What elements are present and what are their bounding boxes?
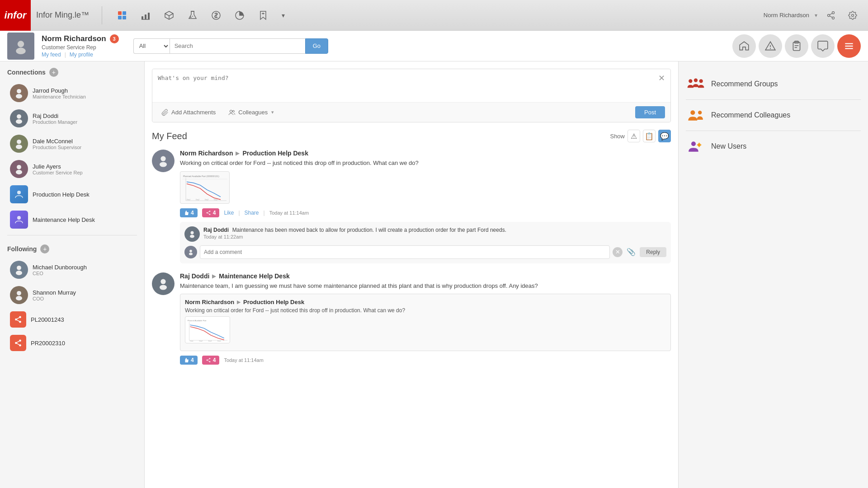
production-help-desk-info: Production Help Desk — [33, 191, 90, 198]
recommend-groups-item[interactable]: Recommend Groups — [686, 69, 861, 100]
post-1-text: Working on critical order for Ford -- ju… — [180, 159, 671, 168]
post-2-share-badge[interactable]: 4 — [202, 356, 220, 365]
dollar-icon[interactable] — [205, 5, 227, 26]
profile-bar: Norm Richardson 3 Customer Service Rep M… — [0, 31, 868, 61]
following-header: Following + — [0, 238, 144, 257]
post-1-like-badge[interactable]: 4 — [180, 208, 198, 217]
sidebar-item-julie[interactable]: Julie Ayers Customer Service Rep — [3, 156, 142, 182]
production-help-desk-name: Production Help Desk — [33, 191, 90, 198]
colleagues-button[interactable]: Colleagues ▾ — [225, 107, 278, 118]
feed-chat-filter[interactable]: 💬 — [658, 130, 671, 142]
nested-author[interactable]: Norm Richardson — [185, 299, 234, 305]
post-1-share-badge[interactable]: 4 — [202, 208, 220, 217]
sidebar-item-jarrod[interactable]: Jarrod Pough Maintenance Technician — [3, 80, 142, 106]
raj-comment-body: Raj Doddi Maintenance has been moved bac… — [203, 226, 666, 242]
bookmark-icon[interactable] — [252, 5, 274, 26]
alert-icon-button[interactable] — [759, 34, 782, 58]
svg-text:Day4: Day4 — [214, 198, 217, 200]
post-1-comments: Raj Doddi Maintenance has been moved bac… — [180, 222, 671, 263]
search-go-button[interactable]: Go — [305, 38, 328, 54]
comment-input[interactable] — [200, 245, 610, 259]
new-users-icon — [686, 136, 706, 156]
app-title: Infor Ming.le™ — [36, 10, 89, 20]
recommend-colleagues-label: Recommend Colleagues — [711, 111, 790, 119]
post-1-group[interactable]: Production Help Desk — [242, 150, 308, 157]
box-icon[interactable] — [158, 5, 180, 26]
post-button[interactable]: Post — [635, 106, 665, 118]
add-attachments-label: Add Attachments — [171, 109, 216, 116]
post-2-like-badge[interactable]: 4 — [180, 356, 198, 365]
svg-rect-0 — [118, 11, 122, 15]
flask-icon[interactable] — [182, 5, 203, 26]
list-icon-button[interactable] — [837, 34, 861, 58]
sidebar-item-production-help-desk[interactable]: Production Help Desk — [3, 182, 142, 207]
add-following-button[interactable]: + — [40, 244, 49, 253]
dale-info: Dale McConnel Production Supervisor — [33, 138, 81, 150]
sidebar-item-pl20001243[interactable]: PL20001243 — [3, 308, 142, 331]
new-users-label: New Users — [711, 142, 746, 150]
main-layout: Connections + Jarrod Pough Maintenance T… — [0, 61, 868, 488]
home-icon-button[interactable] — [732, 34, 756, 58]
add-connection-button[interactable]: + — [49, 68, 58, 77]
comment-attach-button[interactable]: 📎 — [625, 246, 637, 258]
raj-comment-author[interactable]: Raj Doddi — [203, 227, 229, 233]
comment-clear-button[interactable]: ✕ — [613, 247, 623, 257]
add-attachments-button[interactable]: Add Attachments — [158, 107, 219, 118]
feed-clipboard-filter[interactable]: 📋 — [643, 130, 656, 142]
sidebar-item-michael[interactable]: Michael Dunborough CEO — [3, 257, 142, 282]
profile-role: Customer Service Rep — [42, 44, 119, 51]
post-close-button[interactable]: ✕ — [656, 73, 667, 84]
svg-point-39 — [17, 165, 21, 169]
reply-button[interactable]: Reply — [640, 247, 666, 257]
svg-point-92 — [689, 79, 692, 83]
bar-chart-icon[interactable] — [135, 5, 156, 26]
post-text-area: ✕ — [152, 69, 670, 102]
post-1-share-link[interactable]: Share — [245, 210, 259, 216]
feed-show-label: Show — [610, 133, 625, 140]
svg-line-19 — [830, 16, 832, 17]
sidebar-item-raj[interactable]: Raj Doddi Production Manager — [3, 106, 142, 131]
post-1-author[interactable]: Norm Richardson — [180, 150, 233, 157]
chat-icon-button[interactable] — [811, 34, 835, 58]
sidebar-item-shannon[interactable]: Shannon Murray COO — [3, 282, 142, 308]
my-feed-link[interactable]: My feed — [42, 52, 61, 58]
michael-name: Michael Dunborough — [33, 264, 87, 271]
clipboard-icon-button[interactable] — [785, 34, 808, 58]
search-filter-select[interactable]: All — [133, 38, 170, 54]
nav-more-dropdown[interactable]: ▾ — [276, 8, 290, 23]
sidebar-item-maintenance-help-desk[interactable]: Maintenance Help Desk — [3, 207, 142, 232]
post-1-time: Today at 11:14am — [269, 210, 309, 216]
sidebar-item-dale[interactable]: Dale McConnel Production Supervisor — [3, 131, 142, 156]
nav-settings-button[interactable] — [844, 7, 861, 23]
pie-chart-icon[interactable] — [229, 5, 250, 26]
grid-icon[interactable] — [111, 5, 133, 26]
recommend-colleagues-item[interactable]: Recommend Colleagues — [686, 100, 861, 131]
nav-user-name[interactable]: Norm Richardson — [764, 12, 809, 19]
colleagues-dropdown-arrow: ▾ — [271, 109, 274, 115]
svg-point-88 — [206, 360, 208, 361]
michael-info: Michael Dunborough CEO — [33, 264, 87, 276]
infor-logo[interactable]: infor — [0, 0, 31, 31]
nested-group[interactable]: Production Help Desk — [243, 299, 304, 305]
post-textarea[interactable] — [152, 69, 670, 101]
post-1-like-link[interactable]: Like — [224, 210, 234, 216]
sidebar-item-pr20002310[interactable]: PR20002310 — [3, 331, 142, 355]
my-profile-link[interactable]: My profile — [70, 52, 93, 58]
avatar[interactable] — [7, 33, 34, 60]
svg-point-47 — [19, 316, 21, 319]
dale-name: Dale McConnel — [33, 138, 81, 145]
profile-name[interactable]: Norm Richardson — [42, 34, 106, 43]
post-card-1: Norm Richardson ▶ Production Help Desk W… — [152, 150, 671, 263]
post-2-arrow: ▶ — [212, 273, 216, 279]
feed-alert-filter[interactable]: ⚠ — [627, 130, 640, 142]
svg-point-45 — [17, 291, 21, 296]
maintenance-help-desk-name: Maintenance Help Desk — [33, 216, 95, 223]
new-users-item[interactable]: New Users — [686, 131, 861, 162]
search-input[interactable] — [170, 38, 305, 54]
post-2-header: Raj Doddi ▶ Maintenance Help Desk — [180, 272, 671, 280]
raj-info: Raj Doddi Production Manager — [33, 113, 77, 125]
connections-label: Connections — [7, 69, 46, 76]
nav-share-button[interactable] — [823, 7, 839, 23]
post-2-author[interactable]: Raj Doddi — [180, 272, 209, 280]
post-2-group[interactable]: Maintenance Help Desk — [219, 272, 289, 280]
